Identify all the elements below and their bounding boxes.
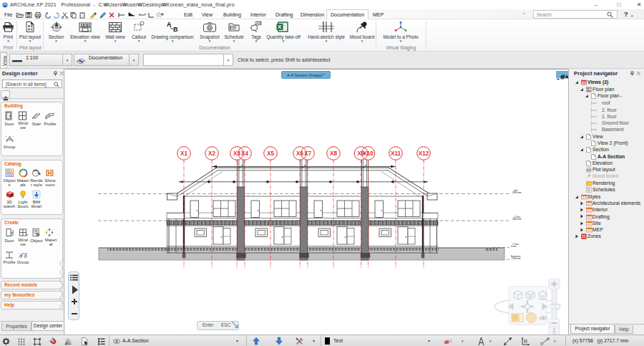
svg-text:X6: X6 — [296, 150, 303, 157]
svg-text:View: View — [2, 56, 7, 66]
svg-text:X1: X1 — [180, 150, 187, 157]
svg-text:5800 mm: 5800 mm — [512, 191, 522, 194]
svg-text:125: 125 — [256, 21, 262, 25]
svg-text:R: R — [524, 339, 527, 344]
svg-text:A: A — [167, 21, 172, 28]
svg-text:X12: X12 — [419, 150, 429, 157]
svg-text:X11: X11 — [391, 150, 401, 157]
svg-text:X2: X2 — [208, 150, 215, 157]
svg-text:X5: X5 — [267, 150, 274, 157]
svg-text:X3: X3 — [233, 150, 240, 157]
svg-text:X4: X4 — [241, 150, 248, 157]
svg-text:X8: X8 — [330, 150, 337, 157]
svg-text:X10: X10 — [363, 150, 374, 157]
svg-text:B: B — [173, 26, 178, 33]
svg-text:X7: X7 — [304, 150, 311, 157]
svg-text:X: X — [278, 24, 282, 30]
